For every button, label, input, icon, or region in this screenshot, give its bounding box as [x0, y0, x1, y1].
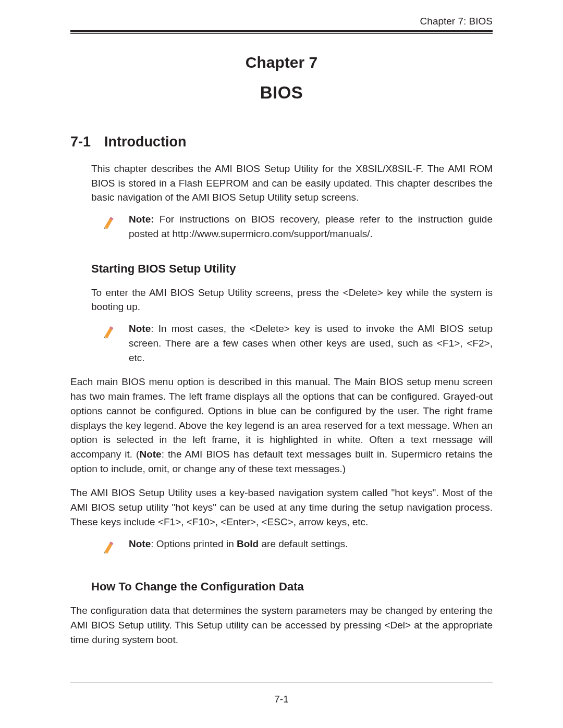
- starting-para-1: To enter the AMI BIOS Setup Utility scre…: [91, 286, 493, 314]
- section-number: 7-1: [70, 134, 91, 150]
- note-text: Note: For instructions on BIOS recovery,…: [129, 212, 493, 241]
- footer-rule: [70, 683, 493, 683]
- note-text: Note: In most cases, the <Delete> key is…: [129, 322, 493, 365]
- intro-paragraph: This chapter describes the AMI BIOS Setu…: [91, 162, 493, 205]
- note-block-bold-defaults: Note: Options printed in Bold are defaul…: [102, 537, 493, 560]
- change-config-paragraph: The configuration data that determines t…: [70, 603, 493, 647]
- section-title: Introduction: [104, 134, 186, 150]
- pencil-icon: [102, 538, 126, 560]
- document-page: Chapter 7: BIOS Chapter 7 BIOS 7-1Introd…: [0, 0, 563, 728]
- header-rule-thin: [70, 33, 493, 34]
- pencil-icon: [102, 213, 126, 235]
- note-block-recovery: Note: For instructions on BIOS recovery,…: [102, 212, 493, 241]
- header-rule-thick: [70, 30, 493, 32]
- subheading-change-config: How To Change the Configuration Data: [91, 580, 493, 594]
- running-head: Chapter 7: BIOS: [70, 16, 493, 27]
- hotkeys-paragraph: The AMI BIOS Setup Utility uses a key-ba…: [70, 486, 493, 529]
- chapter-label: Chapter 7: [70, 54, 493, 71]
- menu-description-paragraph: Each main BIOS menu option is described …: [70, 375, 493, 476]
- chapter-title: BIOS: [70, 83, 493, 103]
- pencil-icon: [102, 323, 126, 344]
- note-text: Note: Options printed in Bold are defaul…: [129, 537, 493, 551]
- subheading-starting-bios: Starting BIOS Setup Utility: [91, 262, 493, 276]
- page-number: 7-1: [0, 694, 563, 705]
- section-heading-introduction: 7-1Introduction: [70, 134, 493, 150]
- note-block-delete-key: Note: In most cases, the <Delete> key is…: [102, 322, 493, 365]
